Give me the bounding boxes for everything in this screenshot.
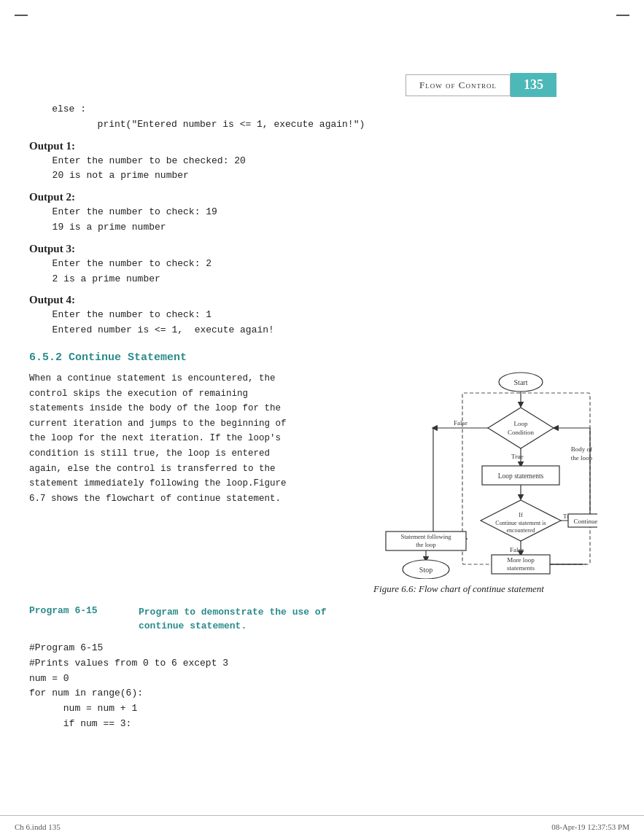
svg-text:Condition: Condition — [508, 429, 535, 436]
program-description: Program to demonstrate the use ofcontinu… — [139, 605, 326, 634]
section-heading: 6.5.2 Continue Statement — [29, 351, 615, 364]
output-4-label: Output 4: — [29, 294, 615, 306]
svg-text:the loop: the loop — [416, 541, 436, 548]
footer-left: Ch 6.indd 135 — [15, 822, 61, 831]
top-code: else : print("Entered number is <= 1, ex… — [29, 102, 615, 133]
flowchart-svg: Body of the loop Start Loop Condition Tr… — [320, 371, 597, 579]
top-right-mark — [616, 15, 629, 16]
svg-text:the loop: the loop — [571, 454, 593, 462]
top-left-mark — [15, 15, 28, 16]
output-2-lines: Enter the number to check: 19 19 is a pr… — [41, 205, 615, 235]
main-content: else : print("Entered number is <= 1, ex… — [29, 102, 615, 735]
chapter-header: Flow of Control 135 — [406, 73, 644, 97]
svg-text:Statement following: Statement following — [400, 533, 451, 540]
output-section: Output 1: Enter the number to be checked… — [29, 140, 615, 338]
svg-text:If: If — [519, 511, 523, 518]
output-1-label: Output 1: — [29, 140, 615, 152]
svg-text:False: False — [454, 419, 468, 427]
chapter-title: Flow of Control — [406, 74, 511, 96]
flowchart-caption: Figure 6.6: Flow chart of continue state… — [373, 583, 544, 595]
svg-marker-6 — [488, 408, 554, 448]
program-heading: Program 6-15 Program to demonstrate the … — [29, 605, 615, 634]
svg-text:More loop: More loop — [507, 556, 535, 564]
program-number: Program 6-15 — [29, 605, 117, 634]
svg-text:Continue statement is: Continue statement is — [495, 520, 546, 526]
output-2-label: Output 2: — [29, 191, 615, 203]
flowchart-column: Body of the loop Start Loop Condition Tr… — [303, 371, 615, 595]
output-4-lines: Enter the number to check: 1 Entered num… — [41, 308, 615, 338]
footer: Ch 6.indd 135 08-Apr-19 12:37:53 PM — [0, 815, 644, 837]
page-number: 135 — [511, 73, 556, 97]
svg-text:statements: statements — [507, 564, 535, 572]
svg-text:False: False — [510, 546, 524, 553]
output-1-lines: Enter the number to be checked: 20 20 is… — [41, 154, 615, 184]
output-3-lines: Enter the number to check: 2 2 is a prim… — [41, 257, 615, 287]
svg-text:Stop: Stop — [419, 566, 432, 574]
svg-text:True: True — [511, 453, 524, 460]
svg-text:Loop: Loop — [514, 420, 528, 427]
program-code: #Program 6-15 #Prints values from 0 to 6… — [29, 641, 615, 732]
svg-text:encountered: encountered — [506, 527, 535, 534]
svg-text:Start: Start — [514, 378, 528, 386]
two-column-layout: When a continue statement is encountered… — [29, 371, 615, 595]
description-text: When a continue statement is encountered… — [29, 371, 288, 595]
svg-text:Body of: Body of — [571, 445, 592, 453]
output-3-label: Output 3: — [29, 243, 615, 255]
footer-right: 08-Apr-19 12:37:53 PM — [551, 822, 629, 831]
svg-text:Continue: Continue — [574, 518, 598, 525]
svg-text:Loop statements: Loop statements — [498, 472, 544, 480]
